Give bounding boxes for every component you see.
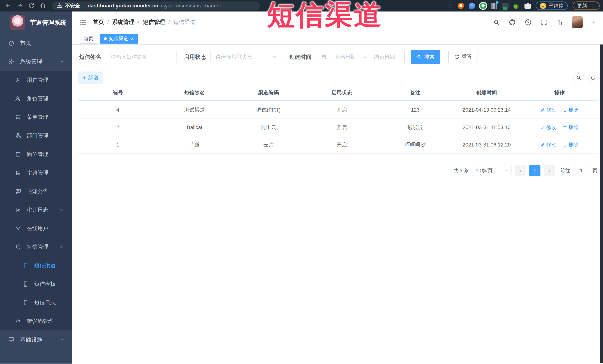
chevron-up-icon xyxy=(59,59,64,64)
current-page-button[interactable]: 1 xyxy=(529,165,540,176)
tags-view: 首页 短信渠道 × xyxy=(72,33,603,44)
chevron-down-icon xyxy=(59,337,64,342)
menu-list-icon xyxy=(15,114,21,120)
sidebar-item-sms-channel[interactable]: 短信渠道 xyxy=(0,256,72,275)
sidebar-item-home[interactable]: 首页 xyxy=(0,34,72,52)
extension-sprout-icon[interactable] xyxy=(513,3,520,9)
table-header-row: 编号 短信签名 渠道编码 启用状态 备注 创建时间 操作 xyxy=(78,85,599,100)
status-select[interactable]: 请选择启用状态 xyxy=(210,50,282,64)
sidebar-item-posts[interactable]: 岗位管理 xyxy=(0,145,72,164)
pencil-icon xyxy=(540,143,545,147)
sidebar-item-menus[interactable]: 菜单管理 xyxy=(0,108,72,126)
table-row: 1 芋道 云片 开启 呵呵呵哒 2021-03-31 06:12:20 修改 删… xyxy=(78,136,599,154)
search-icon xyxy=(576,75,581,80)
address-bar[interactable]: 不安全 dashboard.yudao.iocoder.cn/system/sm… xyxy=(52,1,260,10)
edit-link[interactable]: 修改 xyxy=(540,107,557,113)
sidebar-item-sms-log[interactable]: 短信日志 xyxy=(0,293,72,312)
caret-down-icon[interactable] xyxy=(591,20,596,25)
forward-icon[interactable] xyxy=(15,1,25,11)
address-divider xyxy=(84,3,84,8)
delete-link[interactable]: 删除 xyxy=(563,142,579,148)
extension-blue-drop-icon[interactable] xyxy=(469,3,475,9)
add-button[interactable]: + 新增 xyxy=(78,72,103,84)
badge-icon xyxy=(15,151,21,157)
sidebar-item-infrastructure[interactable]: 基础设施 xyxy=(0,331,72,349)
edit-link[interactable]: 修改 xyxy=(540,142,557,148)
org-tree-icon xyxy=(15,133,21,139)
extension-equalizer-icon[interactable] xyxy=(491,3,497,9)
header-search-icon[interactable] xyxy=(493,19,500,26)
browser-update-button[interactable]: 更新 ⋮ xyxy=(573,1,600,10)
sidebar-item-roles[interactable]: 角色管理 xyxy=(0,89,72,108)
calendar-icon xyxy=(321,54,326,60)
extensions-puzzle-icon[interactable] xyxy=(524,3,531,9)
table-row: 4 测试渠道 调试(钉钉) 开启 123 2021-04-13 00:23:14… xyxy=(78,101,599,119)
page-unit-label: 页 xyxy=(592,167,597,174)
sidebar-item-audit-log[interactable]: 审计日志 xyxy=(0,201,72,219)
announcement-icon xyxy=(15,188,21,194)
sms-channel-table: 编号 短信签名 渠道编码 启用状态 备注 创建时间 操作 4 测试渠道 调试(钉… xyxy=(78,85,599,154)
extension-orange-ring-icon[interactable] xyxy=(458,3,464,9)
back-icon[interactable] xyxy=(3,1,13,11)
menu-dots-icon: ⋮ xyxy=(590,3,596,9)
range-separator: - xyxy=(364,54,366,60)
font-size-icon[interactable] xyxy=(556,19,563,26)
extension-green-check-icon[interactable] xyxy=(480,3,486,9)
goto-page-input[interactable]: 1 xyxy=(573,165,590,176)
github-icon[interactable] xyxy=(509,19,516,26)
toggle-search-button[interactable] xyxy=(573,72,584,83)
sidebar-item-notices[interactable]: 通知公告 xyxy=(0,182,72,201)
active-dot-icon xyxy=(104,37,107,40)
sign-input[interactable]: 请输入短信签名 xyxy=(106,50,177,64)
breadcrumb-system[interactable]: 系统管理 xyxy=(112,18,134,26)
paused-label: 已暂停 xyxy=(548,2,563,9)
window-bottom-edge xyxy=(0,363,72,364)
breadcrumb-sms[interactable]: 短信管理 xyxy=(143,18,165,26)
breadcrumb-separator: / xyxy=(138,19,139,25)
sidebar-item-error-codes[interactable]: 错误码管理 xyxy=(0,312,72,331)
prev-page-button[interactable]: ‹ xyxy=(515,165,526,176)
sidebar-item-system[interactable]: 系统管理 xyxy=(0,52,72,71)
sidebar-item-dictionary[interactable]: 字典管理 xyxy=(0,164,72,182)
search-button[interactable]: 搜索 xyxy=(411,50,440,64)
security-label: 不安全 xyxy=(65,2,80,9)
next-page-button[interactable]: › xyxy=(544,165,555,176)
table-row: 2 Balicat 阿里云 开启 啦啦啦 2021-03-31 11:53:10… xyxy=(78,119,599,136)
tag-home[interactable]: 首页 xyxy=(80,34,97,44)
pencil-icon xyxy=(540,108,545,112)
date-range-input[interactable]: 开始日期 - 结束日期 xyxy=(316,50,405,64)
user-avatar[interactable] xyxy=(572,16,583,28)
sidebar-item-sms-template[interactable]: 短信模板 xyxy=(0,275,72,293)
page-size-select[interactable]: 10条/页 xyxy=(472,165,511,176)
extension-on-badge-icon[interactable] xyxy=(502,3,509,9)
shield-check-icon xyxy=(15,244,21,250)
time-label: 创建时间 xyxy=(289,53,312,61)
plus-icon: + xyxy=(83,75,86,81)
close-tag-icon[interactable]: × xyxy=(131,36,134,42)
search-form: 短信签名 请输入短信签名 启用状态 请选择启用状态 创建时间 开始日期 - 结束… xyxy=(78,50,599,64)
refresh-table-button[interactable] xyxy=(588,72,599,83)
breadcrumb-home[interactable]: 首页 xyxy=(93,18,104,26)
collapse-sidebar-icon[interactable] xyxy=(79,19,86,26)
bookmark-star-icon[interactable]: ☆ xyxy=(447,2,453,10)
reset-button[interactable]: 重置 xyxy=(448,50,478,64)
chevron-down-icon xyxy=(504,168,508,173)
sidebar-item-sms-management[interactable]: 短信管理 xyxy=(0,238,72,256)
url-path: /system/sms/sms-channel xyxy=(161,3,221,9)
delete-link[interactable]: 删除 xyxy=(563,124,579,131)
paused-extension-pill[interactable]: 已暂停 xyxy=(536,1,568,10)
sidebar-item-users[interactable]: 用户管理 xyxy=(0,71,72,89)
delete-link[interactable]: 删除 xyxy=(563,107,579,113)
edit-square-icon xyxy=(15,207,21,213)
sidebar-item-online-users[interactable]: 在线用户 xyxy=(0,219,72,238)
tag-sms-channel[interactable]: 短信渠道 × xyxy=(100,34,138,44)
edit-link[interactable]: 修改 xyxy=(540,124,557,131)
help-question-icon[interactable] xyxy=(525,19,532,26)
user-icon xyxy=(15,77,21,83)
sidebar-item-departments[interactable]: 部门管理 xyxy=(0,126,72,145)
reload-icon[interactable] xyxy=(26,1,36,11)
breadcrumb-current: 短信渠道 xyxy=(173,18,196,26)
home-icon[interactable] xyxy=(38,1,48,11)
fullscreen-icon[interactable] xyxy=(541,19,547,26)
search-icon xyxy=(417,54,422,59)
